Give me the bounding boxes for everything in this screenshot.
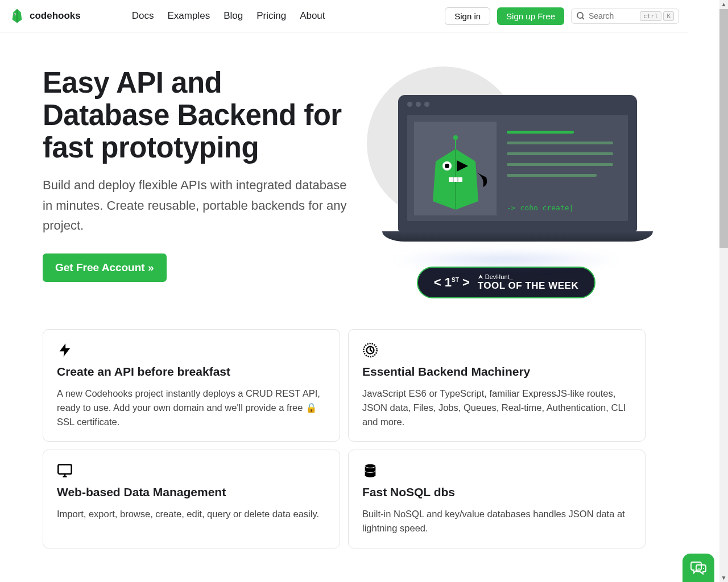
search-input[interactable] (589, 11, 636, 20)
feature-card-backend: Essential Backend Machinery JavaScript E… (348, 329, 646, 442)
nav-blog[interactable]: Blog (224, 10, 243, 22)
badge-brand: DevHunt_ (478, 273, 578, 280)
feature-card-api: Create an API before breakfast A new Cod… (43, 329, 340, 442)
brand-name: codehooks (30, 10, 81, 22)
search-icon (576, 11, 585, 20)
scroll-up-icon[interactable]: ▲ (719, 0, 728, 9)
search-box[interactable]: ctrl K (571, 9, 679, 24)
database-icon (362, 463, 378, 479)
card-desc: Import, export, browse, create, edit, qu… (57, 507, 326, 521)
hero-subtitle: Build and deploy flexible APIs with inte… (43, 175, 350, 235)
hero: Easy API and Database Backend for fast p… (0, 32, 688, 321)
logo-icon (9, 8, 25, 24)
svg-line-4 (582, 18, 584, 19)
features-grid: Create an API before breakfast A new Cod… (0, 321, 688, 571)
signin-button[interactable]: Sign in (445, 7, 490, 25)
nav: Docs Examples Blog Pricing About (132, 10, 325, 22)
card-title: Web-based Data Management (57, 485, 326, 499)
hero-left: Easy API and Database Backend for fast p… (43, 66, 350, 298)
svg-point-21 (701, 568, 702, 569)
feature-card-datamgmt: Web-based Data Management Import, export… (43, 450, 340, 548)
kbd-ctrl: ctrl (640, 11, 662, 21)
hero-right: -> coho create| < 1ST > DevHunt_ TOOL OF… (367, 66, 646, 298)
svg-point-9 (445, 164, 449, 168)
hero-title: Easy API and Database Backend for fast p… (43, 66, 350, 164)
robot-icon (421, 133, 490, 213)
scrollbar[interactable]: ▲ ▼ (719, 0, 728, 571)
card-title: Essential Backend Machinery (362, 365, 631, 379)
kbd-k: K (663, 11, 674, 21)
card-desc: JavaScript ES6 or TypeScript, familiar E… (362, 386, 631, 429)
svg-point-2 (14, 14, 15, 15)
card-title: Fast NoSQL dbs (362, 485, 631, 499)
monitor-icon (57, 463, 73, 479)
hero-illustration: -> coho create| (367, 66, 646, 248)
svg-rect-10 (449, 177, 462, 182)
badge-rank: < 1ST > (434, 275, 470, 290)
scrollbar-thumb[interactable] (719, 9, 728, 248)
feature-card-nosql: Fast NoSQL dbs Built-in NoSQL and key/va… (348, 450, 646, 548)
tool-of-week-badge[interactable]: < 1ST > DevHunt_ TOOL OF THE WEEK (417, 267, 595, 298)
kbd-hint: ctrl K (640, 11, 674, 21)
chat-button[interactable] (682, 554, 714, 571)
svg-point-20 (698, 568, 700, 569)
svg-rect-15 (58, 465, 71, 474)
bolt-icon (57, 342, 73, 358)
signup-button[interactable]: Sign up Free (497, 7, 564, 25)
logo-group[interactable]: codehooks (9, 8, 81, 24)
header: codehooks Docs Examples Blog Pricing Abo… (0, 0, 688, 32)
nav-pricing[interactable]: Pricing (257, 10, 286, 22)
terminal-text: -> coho create| (507, 203, 573, 212)
svg-point-3 (577, 13, 583, 18)
badge-title: TOOL OF THE WEEK (478, 280, 578, 292)
card-desc: Built-in NoSQL and key/value databases h… (362, 507, 631, 535)
chat-icon (690, 560, 707, 571)
gear-icon (362, 342, 378, 358)
get-account-button[interactable]: Get Free Account » (43, 253, 167, 282)
svg-point-5 (453, 135, 458, 140)
nav-examples[interactable]: Examples (167, 10, 210, 22)
card-desc: A new Codehooks project instantly deploy… (57, 386, 326, 429)
header-right: Sign in Sign up Free ctrl K (445, 7, 679, 25)
nav-about[interactable]: About (300, 10, 325, 22)
card-title: Create an API before breakfast (57, 365, 326, 379)
svg-point-22 (703, 568, 704, 569)
nav-docs[interactable]: Docs (132, 10, 154, 22)
